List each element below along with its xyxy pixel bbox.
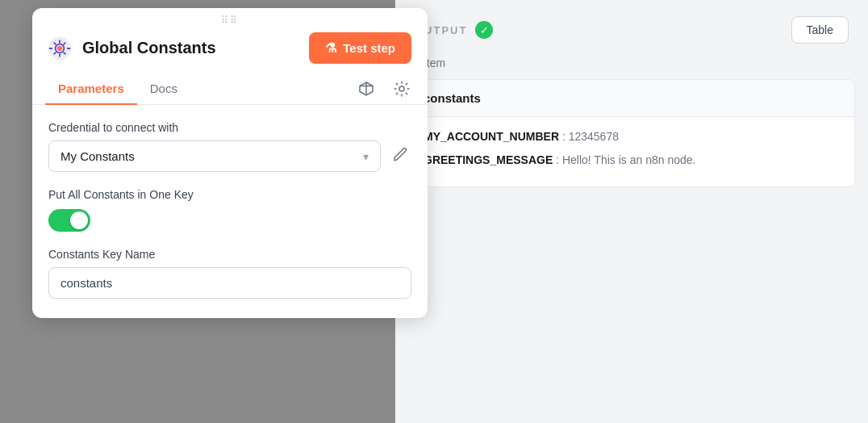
row-key: MY_ACCOUNT_NUMBER [424, 130, 559, 143]
gear-icon [47, 36, 73, 61]
flask-icon: ⚗ [325, 40, 336, 56]
toggle-label: Put All Constants in One Key [48, 188, 411, 201]
select-row: My Constants ▾ [48, 140, 411, 172]
toggle-section: Put All Constants in One Key [48, 188, 411, 232]
drag-handle-dots: ⠿⠿ [221, 15, 239, 26]
test-step-label: Test step [343, 41, 395, 55]
svg-point-2 [399, 86, 404, 91]
header-left: Global Constants [45, 34, 216, 63]
panel-title: Global Constants [82, 39, 216, 57]
table-row: GREETINGS_MESSAGE : Hello! This is an n8… [424, 152, 840, 169]
row-key: GREETINGS_MESSAGE [424, 153, 553, 166]
output-table: constants MY_ACCOUNT_NUMBER : 12345678 G… [408, 79, 855, 187]
table-row: MY_ACCOUNT_NUMBER : 12345678 [424, 128, 840, 145]
key-name-input[interactable] [48, 267, 411, 299]
tabs-row: Parameters Docs [32, 73, 428, 105]
output-header: OUTPUT ✓ Table [395, 0, 868, 57]
edit-icon-button[interactable] [389, 143, 411, 170]
table-body: MY_ACCOUNT_NUMBER : 12345678 GREETINGS_M… [409, 117, 854, 186]
credential-dropdown[interactable]: My Constants ▾ [48, 140, 381, 172]
key-name-section: Constants Key Name [48, 248, 411, 299]
row-separator: : [562, 130, 569, 143]
row-value: 12345678 [569, 130, 619, 143]
item-count: 1 item [395, 57, 868, 79]
key-name-label: Constants Key Name [48, 248, 411, 261]
toggle-switch[interactable] [48, 209, 90, 232]
cube-icon [358, 81, 374, 97]
tab-parameters[interactable]: Parameters [45, 73, 137, 105]
drag-handle[interactable]: ⠿⠿ [32, 8, 428, 29]
toggle-knob [70, 212, 88, 229]
settings-icon-button[interactable] [389, 76, 415, 102]
cube-icon-button[interactable] [353, 76, 379, 102]
left-panel: ⠿⠿ Global Constants ⚗ Test step [32, 8, 428, 318]
pencil-icon [392, 146, 408, 162]
app-icon [45, 34, 74, 63]
table-column-header: constants [409, 80, 854, 117]
row-separator: : [556, 153, 562, 166]
credential-label: Credential to connect with [48, 121, 411, 134]
success-check-icon: ✓ [475, 21, 493, 39]
chevron-down-icon: ▾ [363, 150, 369, 163]
tab-docs[interactable]: Docs [137, 73, 190, 105]
table-button[interactable]: Table [791, 16, 849, 44]
svg-point-1 [57, 45, 62, 50]
test-step-button[interactable]: ⚗ Test step [309, 32, 411, 64]
output-panel: OUTPUT ✓ Table 1 item constants MY_ACCOU… [395, 0, 868, 423]
main-container: OUTPUT ✓ Table 1 item constants MY_ACCOU… [0, 0, 868, 423]
credential-value: My Constants [61, 149, 135, 163]
panel-content: Credential to connect with My Constants … [32, 105, 428, 318]
tab-icons [353, 76, 415, 102]
settings-icon [394, 81, 410, 97]
panel-header: Global Constants ⚗ Test step [32, 29, 428, 73]
row-value: Hello! This is an n8n node. [562, 153, 696, 166]
